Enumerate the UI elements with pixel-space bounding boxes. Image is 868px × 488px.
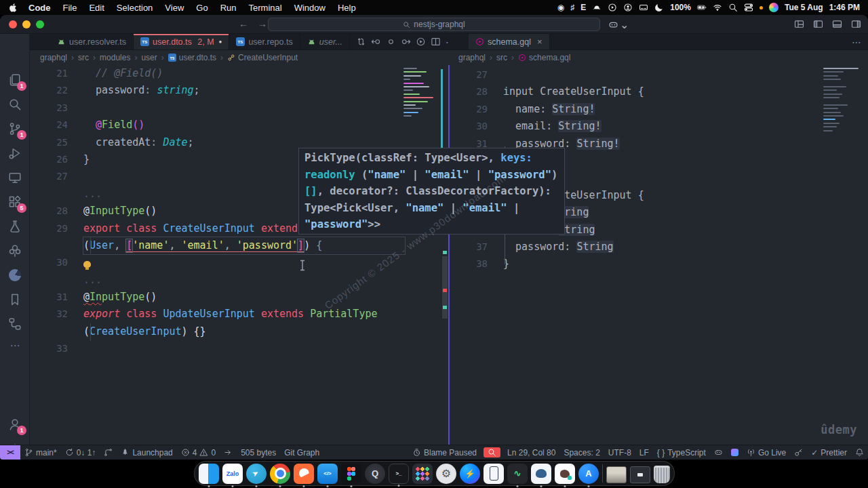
statusbar-encoding[interactable]: UTF-8 bbox=[604, 445, 635, 460]
statusbar-copilot-status[interactable] bbox=[710, 445, 727, 460]
scrollbar[interactable] bbox=[442, 256, 448, 319]
dock-window-preview-1[interactable] bbox=[606, 466, 627, 483]
nav-back-button[interactable] bbox=[371, 37, 381, 47]
tab-schema-gql[interactable]: schema.gql× bbox=[469, 34, 550, 49]
spotlight-icon[interactable] bbox=[728, 3, 738, 12]
dock-telegram[interactable] bbox=[246, 464, 267, 484]
activitybar-accounts[interactable]: 1 bbox=[0, 413, 30, 435]
menu-view[interactable]: View bbox=[159, 3, 190, 13]
dock-launchpad[interactable] bbox=[412, 464, 433, 484]
dock-window-preview-2[interactable] bbox=[630, 466, 650, 483]
toggle-panel-right-button[interactable] bbox=[851, 19, 861, 29]
input-source-icon[interactable]: ♯ bbox=[570, 3, 574, 12]
dock-postico[interactable] bbox=[531, 464, 551, 484]
menubar-date[interactable]: Tue 5 Aug bbox=[785, 3, 823, 12]
maximize-window-button[interactable] bbox=[36, 20, 44, 28]
customize-layout-button[interactable] bbox=[794, 19, 804, 29]
activitybar-remote-explorer[interactable] bbox=[0, 167, 30, 188]
breadcrumb-item[interactable]: TSuser.dto.ts bbox=[168, 53, 216, 62]
toggle-panel-bottom-button[interactable] bbox=[832, 19, 842, 29]
battery-icon[interactable] bbox=[697, 3, 707, 12]
activitybar-explorer[interactable]: 1 bbox=[0, 69, 30, 91]
activitybar-extensions[interactable]: 5 bbox=[0, 191, 30, 213]
breadcrumb-item[interactable]: src bbox=[78, 53, 89, 62]
activitybar-run-debug[interactable] bbox=[0, 142, 30, 164]
apple-logo-icon[interactable] bbox=[8, 3, 18, 13]
statusbar-cursor-position[interactable]: Ln 29, Col 80 bbox=[503, 445, 559, 460]
statusbar-file-size[interactable]: 505 bytes bbox=[237, 445, 280, 460]
dock-trash[interactable] bbox=[654, 466, 670, 483]
menu-go[interactable]: Go bbox=[190, 3, 214, 13]
siri-icon[interactable] bbox=[769, 3, 778, 12]
statusbar-git-graph[interactable]: Git Graph bbox=[280, 445, 323, 460]
breadcrumb-item[interactable]: modules bbox=[100, 53, 130, 62]
wifi-icon[interactable] bbox=[713, 3, 722, 12]
statusbar-launchpad[interactable]: Launchpad bbox=[117, 445, 176, 460]
breadcrumb-item[interactable]: graphql bbox=[40, 53, 67, 62]
dock-iphone[interactable] bbox=[484, 464, 504, 484]
breadcrumb-item[interactable]: graphql bbox=[458, 53, 486, 62]
menubar-e-indicator[interactable]: E bbox=[580, 3, 586, 12]
tab-user-[interactable]: user... bbox=[300, 34, 350, 49]
breadcrumb-item[interactable]: schema.gql bbox=[518, 53, 570, 62]
statusbar-problems[interactable]: 40 bbox=[177, 445, 220, 460]
statusbar-prettier[interactable]: ✓Prettier bbox=[807, 445, 851, 460]
menu-run[interactable]: Run bbox=[214, 3, 243, 13]
open-changes-button[interactable] bbox=[356, 37, 366, 47]
dirty-dot-icon[interactable]: ● bbox=[219, 39, 222, 45]
dock-terminal[interactable]: >_ bbox=[389, 464, 409, 484]
copilot-menu-button[interactable]: ⌄ bbox=[608, 18, 629, 31]
nav-circle-button[interactable] bbox=[386, 37, 396, 47]
statusbar-tunnel-key[interactable] bbox=[790, 445, 807, 460]
activitybar-more[interactable]: ⋯ bbox=[0, 335, 30, 357]
statusbar-notifications[interactable] bbox=[851, 445, 868, 460]
minimap[interactable] bbox=[403, 68, 440, 119]
split-editor-button[interactable] bbox=[431, 37, 441, 47]
command-center-search[interactable]: nestjs-graphql bbox=[268, 18, 600, 31]
menu-code[interactable]: Code bbox=[22, 3, 57, 13]
activitybar-tree-view[interactable] bbox=[0, 240, 30, 262]
dock-figma[interactable] bbox=[341, 464, 361, 484]
turtle-app-icon[interactable] bbox=[592, 3, 601, 12]
statusbar-gitlens-blame[interactable]: Blame Paused bbox=[408, 445, 481, 460]
activitybar-testing[interactable] bbox=[0, 216, 30, 237]
dock-vscode[interactable]: </> bbox=[317, 464, 338, 484]
statusbar-git-branch[interactable]: main* bbox=[20, 445, 61, 460]
activitybar-flow[interactable] bbox=[0, 313, 30, 335]
statusbar-indentation[interactable]: Spaces: 2 bbox=[559, 445, 604, 460]
breadcrumb-item[interactable]: CreateUserInput bbox=[227, 53, 298, 62]
menu-selection[interactable]: Selection bbox=[111, 3, 159, 13]
dock-messenger[interactable]: ⚡ bbox=[460, 464, 480, 484]
statusbar-eol[interactable]: LF bbox=[635, 445, 653, 460]
screen-record-icon[interactable]: ◉ bbox=[557, 3, 564, 12]
toggle-panel-left-button[interactable] bbox=[813, 19, 823, 29]
close-window-button[interactable] bbox=[9, 20, 17, 28]
activitybar-source-control[interactable]: 1 bbox=[0, 118, 30, 140]
code-editor-left[interactable]: 21 // @Field()22 password: string;2324 @… bbox=[30, 65, 448, 445]
menu-help[interactable]: Help bbox=[332, 3, 362, 13]
close-icon[interactable]: × bbox=[537, 37, 542, 47]
statusbar-language-mode[interactable]: { }TypeScript bbox=[653, 445, 710, 460]
history-forward-button[interactable]: → bbox=[258, 18, 267, 29]
statusbar-go-live[interactable]: Go Live bbox=[743, 445, 790, 460]
menu-file[interactable]: File bbox=[57, 3, 83, 13]
statusbar-extension-gem[interactable] bbox=[727, 445, 743, 460]
tab-user-dto-ts[interactable]: TSuser.dto.ts 2, M● bbox=[134, 34, 229, 49]
history-back-button[interactable]: ← bbox=[239, 18, 248, 29]
run-file-button[interactable] bbox=[416, 37, 426, 47]
breadcrumb-item[interactable]: src bbox=[496, 53, 507, 62]
statusbar-git-graph-indicator[interactable] bbox=[100, 445, 117, 460]
lightbulb-icon[interactable] bbox=[83, 261, 91, 268]
focus-moon-icon[interactable] bbox=[654, 3, 664, 12]
statusbar-remote-indicator[interactable]: >< bbox=[0, 445, 20, 460]
menubar-battery-text[interactable]: 100% bbox=[670, 3, 691, 12]
dock-dbeaver[interactable] bbox=[555, 464, 575, 484]
code-editor-right[interactable]: 2728input CreateUserInput {29 name: Stri… bbox=[448, 65, 868, 445]
nav-forward-button[interactable] bbox=[401, 37, 411, 47]
play-circle-icon[interactable] bbox=[608, 3, 617, 12]
dock-postman[interactable] bbox=[294, 464, 314, 484]
dock-activity-monitor[interactable]: ∿ bbox=[507, 464, 528, 484]
dock-zalo[interactable]: Zalo bbox=[222, 464, 243, 484]
user-circle-icon[interactable] bbox=[623, 3, 633, 12]
activitybar-search[interactable] bbox=[0, 94, 30, 115]
